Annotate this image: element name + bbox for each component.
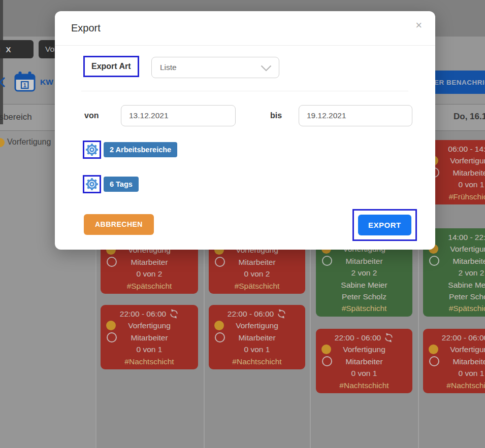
tags-settings-button[interactable] <box>83 175 101 193</box>
export-type-select[interactable]: Liste <box>151 57 279 78</box>
export-button[interactable]: EXPORT <box>358 215 411 235</box>
areas-settings-button[interactable] <box>83 141 101 159</box>
export-art-label: Export Art <box>83 56 139 77</box>
from-date-label: von <box>84 111 99 120</box>
chevron-down-icon <box>261 65 272 72</box>
gear-icon <box>85 178 99 191</box>
export-button-highlight: EXPORT <box>352 209 417 241</box>
modal-header: Export × <box>55 11 435 46</box>
section-divider <box>81 91 408 91</box>
from-date-input[interactable]: 13.12.2021 <box>121 105 236 126</box>
export-type-value: Liste <box>160 63 177 72</box>
areas-count-badge[interactable]: 2 Arbeitsbereiche <box>104 142 177 157</box>
to-date-input[interactable]: 19.12.2021 <box>299 105 412 126</box>
tags-count-badge[interactable]: 6 Tags <box>104 177 139 192</box>
to-date-label: bis <box>270 111 282 120</box>
modal-title: Export <box>71 22 101 34</box>
gear-icon <box>85 143 99 156</box>
export-modal: Export × Export Art Liste von 13.12.2021… <box>55 11 435 250</box>
close-icon[interactable]: × <box>415 20 422 31</box>
cancel-button[interactable]: ABBRECHEN <box>84 214 154 235</box>
